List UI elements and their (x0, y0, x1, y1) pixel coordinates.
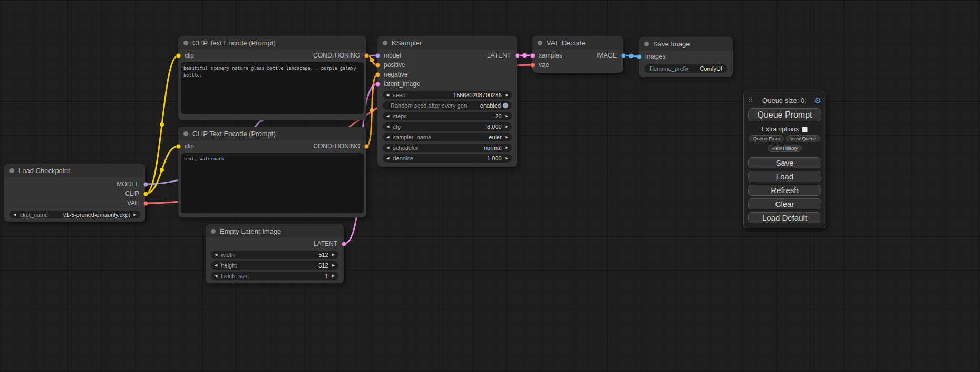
widget-denoise[interactable]: ◀ denoise 1.000 ▶ (383, 154, 512, 163)
node-title-bar[interactable]: Load Checkpoint (4, 164, 145, 177)
clip-input-port[interactable] (176, 53, 181, 58)
node-title: CLIP Text Encode (Prompt) (192, 130, 276, 138)
widget-label: Random seed after every gen (391, 102, 467, 109)
save-button[interactable]: Save (748, 157, 821, 168)
wire-midpoint-dot[interactable] (160, 122, 164, 127)
clear-button[interactable]: Clear (748, 198, 821, 209)
settings-gear-icon[interactable]: ⚙ (814, 97, 821, 104)
arrow-left-icon[interactable]: ◀ (13, 211, 16, 218)
conditioning-output-port[interactable] (364, 53, 369, 58)
arrow-right-icon[interactable]: ▶ (134, 211, 137, 218)
widget-width[interactable]: ◀ width 512 ▶ (211, 251, 338, 259)
arrow-left-icon[interactable]: ◀ (386, 133, 389, 141)
node-collapse-dot-icon[interactable] (183, 131, 188, 136)
widget-scheduler[interactable]: ◀ scheduler normal ▶ (383, 144, 512, 152)
image-output-port[interactable] (621, 53, 626, 58)
latent-output-port[interactable] (515, 53, 520, 58)
latent-output-port[interactable] (342, 242, 346, 246)
extra-options-row: Extra options (748, 126, 821, 133)
clip-input-port[interactable] (176, 144, 181, 149)
output-label: VAE (127, 199, 139, 207)
node-title-bar[interactable]: CLIP Text Encode (Prompt) (178, 36, 366, 50)
clip-output-port[interactable] (143, 192, 148, 196)
arrow-left-icon[interactable]: ◀ (215, 251, 217, 259)
queue-front-button[interactable]: Queue Front (749, 135, 784, 142)
arrow-right-icon[interactable]: ▶ (506, 144, 508, 152)
node-title-bar[interactable]: KSampler (377, 36, 517, 50)
widget-random-seed-toggle[interactable]: Random seed after every gen enabled (383, 101, 512, 110)
load-default-button[interactable]: Load Default (748, 212, 821, 223)
arrow-right-icon[interactable]: ▶ (506, 122, 508, 131)
wire-midpoint-dot[interactable] (522, 53, 527, 58)
arrow-right-icon[interactable]: ▶ (506, 112, 508, 120)
arrow-right-icon[interactable]: ▶ (506, 133, 508, 141)
node-collapse-dot-icon[interactable] (211, 229, 216, 234)
drag-handle-icon[interactable]: ⠿ (748, 97, 753, 104)
node-save-image[interactable]: Save Image images filename_prefix ComfyU… (639, 37, 733, 77)
node-collapse-dot-icon[interactable] (9, 168, 14, 173)
wire-midpoint-dot[interactable] (370, 108, 374, 112)
vae-output-port[interactable] (143, 201, 148, 206)
widget-cfg[interactable]: ◀ cfg 8.000 ▶ (383, 122, 512, 131)
widget-batch-size[interactable]: ◀ batch_size 1 ▶ (211, 272, 338, 280)
queue-panel-header: ⠿ Queue size: 0 ⚙ (748, 96, 821, 105)
arrow-left-icon[interactable]: ◀ (386, 122, 389, 131)
view-history-button[interactable]: View History (768, 145, 802, 152)
node-canvas[interactable]: Load Checkpoint MODEL CLIP VAE ◀ ckpt_na… (0, 0, 980, 372)
node-clip-text-encode-negative[interactable]: CLIP Text Encode (Prompt) clip CONDITION… (178, 127, 366, 217)
node-collapse-dot-icon[interactable] (183, 41, 188, 45)
node-title-bar[interactable]: CLIP Text Encode (Prompt) (178, 127, 366, 140)
widget-steps[interactable]: ◀ steps 20 ▶ (383, 112, 512, 120)
view-queue-button[interactable]: View Queue (786, 135, 820, 142)
node-title-bar[interactable]: Save Image (639, 37, 733, 51)
vae-input-port[interactable] (530, 63, 535, 68)
arrow-right-icon[interactable]: ▶ (506, 154, 508, 163)
arrow-left-icon[interactable]: ◀ (215, 272, 217, 280)
node-vae-decode[interactable]: VAE Decode samples IMAGE vae (532, 36, 623, 73)
arrow-left-icon[interactable]: ◀ (386, 112, 389, 120)
widget-ckpt-name[interactable]: ◀ ckpt_name v1-5-pruned-emaonly.ckpt ▶ (9, 211, 140, 218)
node-load-checkpoint[interactable]: Load Checkpoint MODEL CLIP VAE ◀ ckpt_na… (4, 164, 145, 222)
positive-input-port[interactable] (375, 63, 380, 68)
arrow-right-icon[interactable]: ▶ (332, 251, 335, 259)
load-button[interactable]: Load (748, 171, 821, 182)
widget-label: batch_size (221, 273, 249, 279)
arrow-left-icon[interactable]: ◀ (386, 154, 389, 163)
negative-prompt-textarea[interactable]: text, watermark (181, 153, 364, 213)
widget-height[interactable]: ◀ height 512 ▶ (211, 261, 338, 270)
extra-options-checkbox[interactable] (802, 127, 808, 132)
samples-input-port[interactable] (530, 53, 535, 58)
queue-prompt-button[interactable]: Queue Prompt (748, 108, 821, 121)
arrow-left-icon[interactable]: ◀ (386, 144, 389, 152)
wire-midpoint-dot[interactable] (629, 54, 633, 58)
arrow-left-icon[interactable]: ◀ (215, 261, 217, 270)
conditioning-output-port[interactable] (364, 144, 369, 149)
arrow-left-icon[interactable]: ◀ (386, 91, 389, 99)
wire-midpoint-dot[interactable] (160, 168, 164, 172)
model-input-port[interactable] (375, 53, 380, 58)
arrow-right-icon[interactable]: ▶ (506, 91, 508, 99)
node-title-bar[interactable]: Empty Latent Image (206, 224, 344, 238)
model-output-port[interactable] (143, 182, 148, 187)
node-collapse-dot-icon[interactable] (383, 41, 387, 45)
arrow-right-icon[interactable]: ▶ (332, 272, 335, 280)
node-clip-text-encode-positive[interactable]: CLIP Text Encode (Prompt) clip CONDITION… (178, 36, 366, 120)
widget-sampler-name[interactable]: ◀ sampler_name euler ▶ (383, 133, 512, 141)
arrow-right-icon[interactable]: ▶ (332, 261, 335, 270)
toggle-knob-icon[interactable] (503, 103, 508, 108)
node-collapse-dot-icon[interactable] (538, 41, 542, 45)
latent-image-input-port[interactable] (375, 82, 380, 87)
images-input-port[interactable] (637, 54, 642, 59)
positive-prompt-textarea[interactable]: beautiful scenery nature glass bottle la… (181, 62, 364, 114)
node-collapse-dot-icon[interactable] (644, 42, 649, 46)
node-empty-latent-image[interactable]: Empty Latent Image LATENT ◀ width 512 ▶ … (206, 224, 344, 283)
widget-filename-prefix[interactable]: filename_prefix ComfyUI (644, 64, 727, 73)
widget-value: v1-5-pruned-emaonly.ckpt (63, 212, 130, 218)
node-ksampler[interactable]: KSampler model LATENT positive negative … (377, 36, 517, 167)
widget-seed[interactable]: ◀ seed 156680208700286 ▶ (383, 91, 512, 99)
negative-input-port[interactable] (375, 72, 380, 77)
widget-value: enabled (480, 102, 501, 109)
refresh-button[interactable]: Refresh (748, 185, 821, 196)
node-title-bar[interactable]: VAE Decode (532, 36, 623, 50)
wire-midpoint-dot[interactable] (370, 58, 374, 62)
